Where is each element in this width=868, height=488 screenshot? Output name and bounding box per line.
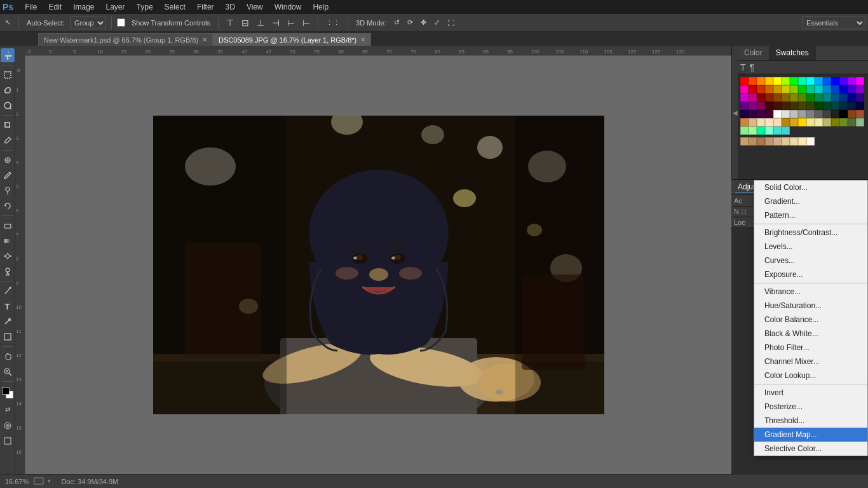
- shape-tool[interactable]: [1, 330, 15, 344]
- lasso-tool[interactable]: [1, 83, 15, 97]
- swatch-item[interactable]: [757, 118, 765, 126]
- history-tool[interactable]: [1, 199, 15, 213]
- swatch-item[interactable]: [749, 102, 757, 110]
- swatch-item[interactable]: [815, 110, 823, 118]
- menu-view[interactable]: View: [241, 1, 268, 13]
- 3d-roll-icon[interactable]: ⟳: [405, 17, 416, 28]
- 3d-drag-icon[interactable]: ✥: [418, 17, 429, 28]
- swatch-item[interactable]: [823, 110, 831, 118]
- swatch-item[interactable]: [798, 93, 806, 102]
- clone-tool[interactable]: [1, 184, 15, 198]
- path-selection-tool[interactable]: [1, 315, 15, 329]
- eyedropper-tool[interactable]: [1, 133, 15, 147]
- menu-item-selective-color[interactable]: Selective Color...: [754, 442, 867, 456]
- menu-item-invert[interactable]: Invert: [754, 386, 867, 400]
- distribute-icon[interactable]: ⋮⋮: [323, 17, 342, 28]
- swatch-item[interactable]: [740, 110, 749, 118]
- swatch-item[interactable]: [765, 93, 773, 102]
- menu-item-pattern[interactable]: Pattern...: [754, 208, 867, 222]
- swatch-item[interactable]: [831, 118, 839, 126]
- menu-item-gradient-map[interactable]: Gradient Map...: [754, 428, 867, 442]
- menu-layer[interactable]: Layer: [101, 1, 130, 13]
- blur-tool[interactable]: [1, 249, 15, 263]
- swatch-item[interactable]: [839, 110, 848, 118]
- swatch-item[interactable]: [806, 118, 815, 126]
- swatch-item[interactable]: [782, 110, 790, 118]
- color-panel-tab[interactable]: Color: [738, 46, 770, 60]
- align-vcenter-icon[interactable]: ⊟: [239, 17, 252, 29]
- swatch-item[interactable]: [798, 137, 806, 146]
- menu-type[interactable]: Type: [132, 1, 158, 13]
- type-tool[interactable]: T: [1, 299, 15, 313]
- swatch-item[interactable]: [740, 93, 749, 102]
- swatch-item[interactable]: [757, 77, 765, 85]
- menu-3d[interactable]: 3D: [220, 1, 240, 13]
- swatch-item[interactable]: [831, 77, 839, 85]
- swatch-item[interactable]: [740, 137, 749, 146]
- swatch-item[interactable]: [839, 93, 848, 102]
- eraser-tool[interactable]: [1, 219, 15, 233]
- swatch-item[interactable]: [848, 102, 856, 110]
- swatch-item[interactable]: [839, 118, 848, 126]
- menu-select[interactable]: Select: [159, 1, 191, 13]
- swatch-item[interactable]: [782, 77, 790, 85]
- swatch-item[interactable]: [790, 77, 798, 85]
- align-top-icon[interactable]: ⊤: [224, 17, 236, 29]
- swatch-item[interactable]: [765, 126, 773, 135]
- swatch-item[interactable]: [823, 93, 831, 102]
- menu-item-channel-mixer[interactable]: Channel Mixer...: [754, 355, 867, 369]
- dodge-tool[interactable]: [1, 264, 15, 278]
- swatch-item[interactable]: [757, 126, 765, 135]
- gradient-tool[interactable]: [1, 234, 15, 248]
- menu-image[interactable]: Image: [68, 1, 99, 13]
- swatch-item[interactable]: [806, 77, 815, 85]
- swatch-item[interactable]: [815, 102, 823, 110]
- swatch-item[interactable]: [782, 126, 790, 135]
- swatch-item[interactable]: [798, 110, 806, 118]
- swatch-item[interactable]: [790, 102, 798, 110]
- swatch-item[interactable]: [740, 118, 749, 126]
- menu-item-gradient[interactable]: Gradient...: [754, 194, 867, 208]
- swatch-item[interactable]: [773, 77, 782, 85]
- swatch-item[interactable]: [856, 102, 864, 110]
- new-layer-icon[interactable]: □: [742, 208, 746, 215]
- menu-item-threshold[interactable]: Threshold...: [754, 414, 867, 428]
- swatch-item[interactable]: [749, 118, 757, 126]
- foreground-color-swatch[interactable]: [2, 387, 10, 395]
- quick-select-tool[interactable]: [1, 98, 15, 112]
- swatch-item[interactable]: [798, 118, 806, 126]
- swatch-item[interactable]: [848, 118, 856, 126]
- swatch-item[interactable]: [815, 77, 823, 85]
- menu-filter[interactable]: Filter: [192, 1, 219, 13]
- swatch-item[interactable]: [839, 102, 848, 110]
- swatch-item[interactable]: [765, 77, 773, 85]
- hand-tool[interactable]: [1, 349, 15, 363]
- swatch-item[interactable]: [765, 137, 773, 146]
- healing-tool[interactable]: [1, 153, 15, 167]
- swatch-item[interactable]: [773, 110, 782, 118]
- swatch-item[interactable]: [806, 102, 815, 110]
- swatch-item[interactable]: [740, 77, 749, 85]
- swatch-item[interactable]: [831, 85, 839, 93]
- swatch-item[interactable]: [848, 77, 856, 85]
- swatch-item[interactable]: [782, 102, 790, 110]
- screen-mode-button[interactable]: [1, 434, 15, 448]
- move-tool[interactable]: [1, 48, 15, 62]
- swatch-item[interactable]: [782, 85, 790, 93]
- auto-select-dropdown[interactable]: Group Layer: [70, 17, 106, 29]
- align-bottom-icon[interactable]: ⊥: [254, 17, 267, 29]
- swatch-item[interactable]: [798, 85, 806, 93]
- crop-tool[interactable]: [1, 118, 15, 132]
- 3d-scale-icon[interactable]: ⛶: [445, 18, 457, 28]
- swatch-item[interactable]: [856, 77, 864, 85]
- swatch-item[interactable]: [765, 102, 773, 110]
- menu-window[interactable]: Window: [269, 1, 307, 13]
- swatch-item[interactable]: [790, 110, 798, 118]
- swatch-item[interactable]: [815, 85, 823, 93]
- menu-item-black-white[interactable]: Black & White...: [754, 327, 867, 341]
- swatches-panel-tab[interactable]: Swatches: [770, 46, 816, 60]
- swatch-item[interactable]: [790, 85, 798, 93]
- menu-item-levels[interactable]: Levels...: [754, 240, 867, 254]
- pen-tool[interactable]: [1, 284, 15, 298]
- swatch-item[interactable]: [848, 93, 856, 102]
